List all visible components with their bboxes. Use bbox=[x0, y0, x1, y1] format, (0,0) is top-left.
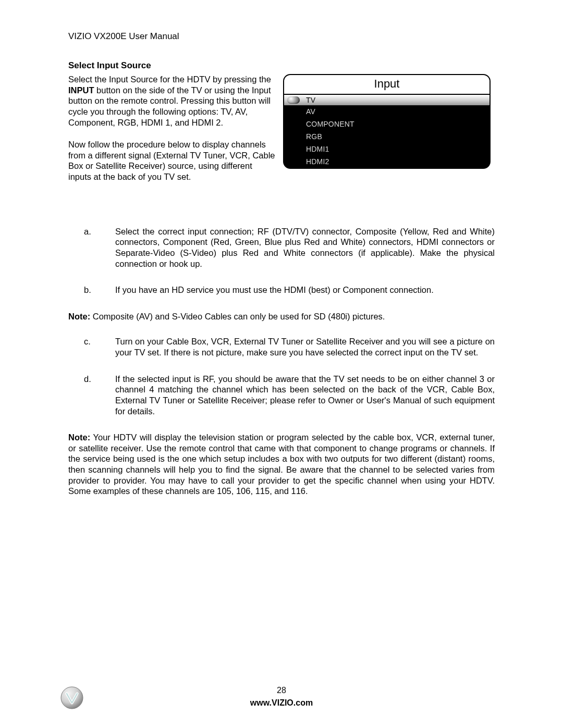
step-c: c. Turn on your Cable Box, VCR, External… bbox=[68, 336, 495, 357]
intro-paragraph-2: Now follow the procedure below to displa… bbox=[68, 139, 277, 182]
input-menu-item-av[interactable]: AV bbox=[284, 105, 489, 118]
intro-p1-input-bold: INPUT bbox=[68, 85, 94, 95]
input-menu-item-component[interactable]: COMPONENT bbox=[284, 118, 489, 130]
input-menu-item-tv[interactable]: TV bbox=[284, 95, 489, 105]
step-d-body: If the selected input is RF, you should … bbox=[115, 374, 495, 417]
page-footer: 28 www.VIZIO.com bbox=[0, 684, 563, 709]
step-a: a. Select the correct input connection; … bbox=[68, 226, 495, 269]
step-c-marker: c. bbox=[68, 336, 115, 357]
steps-list: a. Select the correct input connection; … bbox=[68, 226, 495, 497]
intro-p1c: button on the side of the TV or using th… bbox=[68, 85, 271, 127]
input-menu-item-rgb[interactable]: RGB bbox=[284, 130, 489, 143]
section-title: Select Input Source bbox=[68, 60, 495, 71]
page-number: 28 bbox=[0, 684, 563, 697]
vizio-logo-icon bbox=[60, 686, 83, 709]
note-1-text: Composite (AV) and S-Video Cables can on… bbox=[90, 312, 385, 321]
note-2: Note: Your HDTV will display the televis… bbox=[68, 432, 495, 497]
step-a-body: Select the correct input connection; RF … bbox=[115, 226, 495, 269]
input-menu-item-hdmi2[interactable]: HDMI2 bbox=[284, 155, 489, 168]
intro-paragraph-1: Select the Input Source for the HDTV by … bbox=[68, 74, 277, 128]
step-c-body: Turn on your Cable Box, VCR, External TV… bbox=[115, 336, 495, 357]
input-menu: Input TV AV COMPONENT RGB HDMI1 HDMI2 bbox=[283, 74, 491, 169]
note-1-label: Note: bbox=[68, 312, 90, 321]
input-menu-item-hdmi1[interactable]: HDMI1 bbox=[284, 143, 489, 155]
step-a-marker: a. bbox=[68, 226, 115, 269]
footer-url: www.VIZIO.com bbox=[0, 697, 563, 709]
step-d: d. If the selected input is RF, you shou… bbox=[68, 374, 495, 417]
note-1: Note: Composite (AV) and S-Video Cables … bbox=[68, 311, 495, 322]
input-menu-title: Input bbox=[284, 75, 489, 95]
step-b-body: If you have an HD service you must use t… bbox=[115, 285, 495, 295]
svg-point-0 bbox=[61, 687, 83, 709]
input-menu-list: TV AV COMPONENT RGB HDMI1 HDMI2 bbox=[284, 95, 489, 168]
step-b: b. If you have an HD service you must us… bbox=[68, 285, 495, 295]
intro-p1a: Select the Input Source for the HDTV by … bbox=[68, 75, 271, 84]
note-2-text: Your HDTV will display the television st… bbox=[68, 433, 495, 496]
note-2-label: Note: bbox=[68, 433, 90, 442]
document-header: VIZIO VX200E User Manual bbox=[68, 31, 495, 42]
step-d-marker: d. bbox=[68, 374, 115, 417]
step-b-marker: b. bbox=[68, 285, 115, 295]
intro-text-block: Select the Input Source for the HDTV by … bbox=[68, 74, 277, 194]
